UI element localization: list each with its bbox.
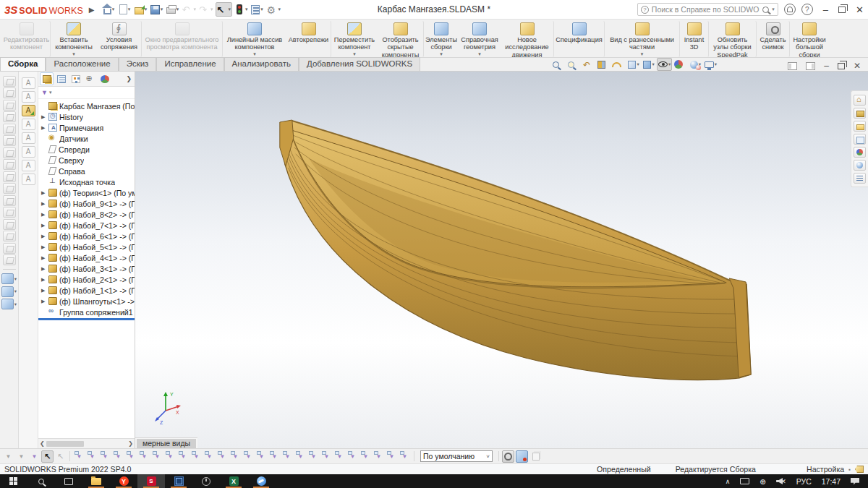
language-indicator[interactable]: РУС [791,474,817,488]
feature-tool-icon-6[interactable] [3,135,16,146]
filter-bar-toggle-b-icon[interactable] [399,450,411,463]
tab-solidworks-addins[interactable]: Добавления SOLIDWORKS [299,57,420,71]
display-style-icon[interactable]: ▾ [642,58,656,71]
tab-repair[interactable]: Исправление [156,57,224,71]
tree-item-top-plane[interactable]: Сверху [38,155,135,166]
feature-tool-icon-13[interactable] [3,219,16,230]
filter-sketches-icon[interactable] [203,450,216,463]
filter-surface-bodies-icon[interactable] [112,450,124,463]
configuration-combobox[interactable]: По умолчанию ˅ [420,450,493,462]
move-component-tool-icon[interactable]: ▾ [1,286,17,297]
feature-tool-icon-3[interactable] [3,100,16,111]
measure-icon[interactable]: ▾ [611,58,626,71]
filter-sketch-points-icon[interactable] [216,450,229,463]
bill-of-materials-button[interactable]: Спецификация ▾ [554,21,605,57]
expand-arrow-icon[interactable] [41,277,46,283]
tree-item-naboy9[interactable]: (ф) Набой_9<1> -> (По ум [38,198,135,209]
all-filters-icon[interactable] [28,450,41,463]
clock[interactable]: 17:47 [817,474,846,488]
note-tool-icon-5[interactable] [22,132,35,144]
close-button[interactable]: ✕ [856,4,864,15]
blue-app-button[interactable] [165,474,192,488]
lasso-select-icon[interactable] [54,450,67,463]
task-scheduler-icon[interactable]: ▾ [250,2,265,17]
exploded-view-button[interactable]: Вид с разнесенными частями ▾ [605,21,680,57]
filter-connection-points-icon[interactable] [346,450,359,463]
home-icon[interactable]: ▾ [102,2,116,17]
appearances-icon[interactable] [854,147,866,158]
tree-item-naboy5[interactable]: (ф) Набой_5<1> -> (По ум [38,241,135,252]
view-settings-icon[interactable]: ▾ [703,58,718,71]
filter-blocks-icon[interactable] [359,450,372,463]
filter-hatches-icon[interactable] [307,450,320,463]
move-component-button[interactable]: Переместить компонент ▾ [331,21,378,57]
feature-tool-icon-14[interactable] [3,231,16,241]
help-search-box[interactable]: ? Поиск в Справке по SOLIDWORKS ▾ [637,3,778,16]
tree-item-origin[interactable]: Исходная точка [38,176,135,187]
scroll-left-icon[interactable]: ❮ [40,440,45,447]
feature-tool-icon-10[interactable] [3,183,16,194]
feature-tool-icon-5[interactable] [3,124,16,134]
document-close-button[interactable]: ✕ [854,61,861,71]
filter-weld-beads-icon[interactable] [320,450,333,463]
search-dropdown-icon[interactable]: ▾ [772,7,775,12]
rebuild-traffic-light-icon[interactable]: ▾ [234,2,249,17]
feature-tool-icon-15[interactable] [3,243,16,254]
tree-item-naboy3[interactable]: (ф) Набой_3<1> -> (По ум [38,263,135,274]
tree-item-naboy4[interactable]: (ф) Набой_4<1> -> (По ум [38,252,135,263]
filter-funnel-icon[interactable] [41,90,48,96]
expand-arrow-icon[interactable] [41,212,46,218]
display-pane-left-icon[interactable] [788,62,797,70]
filter-midpoints-icon[interactable] [229,450,242,463]
filter-bar-toggle-a-icon[interactable] [386,450,398,463]
hide-show-items-icon[interactable]: ▾ [657,58,672,71]
filter-edges-icon[interactable] [86,450,98,463]
print-icon[interactable]: ▾ [166,2,180,17]
note-tool-icon-7[interactable] [22,160,35,171]
view-orientation-icon[interactable]: ▾ [626,58,641,71]
apply-scene-icon[interactable]: ▾ [688,58,702,71]
propertymanager-tab[interactable] [54,72,68,85]
update-speedpak-button[interactable]: Обновить узлы сборки SpeedPak ▾ [709,21,757,57]
expand-arrow-icon[interactable] [41,266,46,272]
feature-tool-icon-12[interactable] [3,207,16,218]
feature-tool-icon-9[interactable] [3,171,16,182]
document-minimize-button[interactable]: – [824,61,829,71]
new-motion-study-button[interactable]: Новое исследование движения ▾ [501,21,554,57]
filter-routing-points-icon[interactable] [333,450,346,463]
zoom-to-area-icon[interactable]: ▾ [566,58,580,71]
component-preview-window-button[interactable]: Окно предварительного просмотра компонен… [142,21,223,57]
options-gear-icon[interactable]: ▾ [266,2,282,17]
tab-evaluate[interactable]: Анализировать [224,57,299,71]
previous-view-icon[interactable]: ▾ [581,58,595,71]
minimize-button[interactable]: – [823,4,828,15]
3d-views-tab[interactable]: мерные виды [137,439,196,448]
filter-notes-icon[interactable] [294,450,307,463]
filter-coordinate-systems-icon[interactable] [177,450,190,463]
clear-all-filters-icon[interactable] [15,450,27,463]
hatch-tool-icon[interactable] [22,174,35,185]
snapshot-camera-icon[interactable] [502,450,514,463]
expand-arrow-icon[interactable] [41,223,46,228]
note-tool-icon-4[interactable] [22,119,35,130]
configuration-tag-icon[interactable] [855,466,864,473]
instant-3d-button[interactable]: Instant 3D ▾ [680,21,709,57]
display-tray-icon[interactable] [735,474,754,488]
expand-arrow-icon[interactable] [41,190,46,196]
scrollbar-thumb[interactable] [46,441,84,447]
start-button[interactable] [0,474,27,488]
tree-root-assembly[interactable]: Карбас Мангазея (По умолчан [38,100,135,111]
tree-item-right-plane[interactable]: Справа [38,166,135,176]
filter-toggle-icon[interactable] [2,450,14,463]
help-icon[interactable]: ? [801,4,813,15]
edit-component-button[interactable]: Редактировать компонент ▾ [3,21,51,57]
display-style-tool-icon[interactable]: ▾ [1,273,17,284]
insert-components-button[interactable]: Вставить компоненты ▾ [51,21,97,57]
restore-button[interactable] [838,7,846,13]
expand-arrow-icon[interactable] [41,125,46,131]
new-document-icon[interactable]: ▾ [118,2,132,17]
section-view-icon[interactable]: ▾ [596,58,610,71]
take-snapshot-button[interactable]: Сделать снимок ▾ [757,21,790,57]
tree-item-sensors[interactable]: Датчики [38,133,135,144]
filter-center-marks-icon[interactable] [242,450,255,463]
